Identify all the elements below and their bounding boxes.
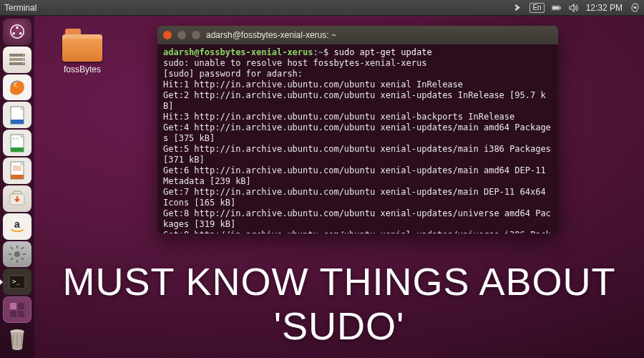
svg-point-11	[23, 54, 24, 56]
sound-indicator-icon[interactable]	[569, 3, 579, 13]
terminal-title: adarsh@fossbytes-xenial-xerus: ~	[206, 30, 336, 40]
svg-point-3	[633, 6, 636, 9]
terminal-line: Get:9 http://in.archive.ubuntu.com/ubunt…	[163, 230, 552, 233]
svg-rect-23	[13, 165, 21, 171]
folder-icon	[62, 29, 102, 62]
desktop-folder-label: fossBytes	[50, 64, 114, 74]
terminal-window: adarsh@fossbytes-xenial-xerus: ~ adarsh@…	[157, 26, 558, 233]
libreoffice-writer-app[interactable]	[3, 102, 31, 128]
terminal-line: Get:6 http://in.archive.ubuntu.com/ubunt…	[163, 165, 552, 187]
window-maximize-button[interactable]	[192, 31, 200, 39]
terminal-line: Hit:3 http://in.archive.ubuntu.com/ubunt…	[163, 112, 552, 122]
svg-rect-39	[10, 311, 16, 317]
svg-rect-32	[21, 257, 24, 260]
clock[interactable]: 12:32 PM	[586, 3, 623, 13]
libreoffice-calc-app[interactable]	[3, 130, 31, 156]
terminal-line: [sudo] password for adarsh:	[163, 69, 552, 79]
battery-indicator-icon[interactable]	[552, 3, 562, 13]
svg-rect-8	[9, 54, 25, 57]
network-indicator-icon[interactable]	[512, 3, 522, 13]
svg-text:>_: >_	[12, 278, 20, 285]
workspace-switcher[interactable]	[3, 296, 31, 323]
dash-button[interactable]	[3, 19, 31, 45]
window-close-button[interactable]	[163, 31, 172, 39]
window-minimize-button[interactable]	[177, 31, 186, 39]
svg-point-5	[16, 26, 19, 29]
svg-rect-40	[18, 311, 24, 317]
svg-rect-34	[10, 257, 13, 260]
svg-point-26	[14, 251, 20, 257]
svg-rect-9	[9, 58, 25, 61]
svg-rect-2	[552, 6, 559, 9]
svg-rect-22	[11, 175, 24, 179]
svg-rect-27	[16, 246, 18, 248]
svg-rect-19	[12, 137, 15, 140]
unity-launcher: a >_	[0, 16, 34, 358]
terminal-line: Get:7 http://in.archive.ubuntu.com/ubunt…	[163, 187, 552, 208]
svg-rect-10	[9, 62, 25, 65]
svg-rect-20	[16, 137, 19, 140]
terminal-output[interactable]: adarsh@fossbytes-xenial-xerus:~$ sudo ap…	[157, 44, 558, 233]
firefox-app[interactable]	[3, 74, 31, 101]
session-gear-icon[interactable]	[630, 3, 640, 13]
svg-rect-1	[560, 6, 560, 9]
amazon-app[interactable]: a	[3, 213, 31, 240]
system-settings-app[interactable]	[3, 241, 31, 268]
terminal-line: Get:8 http://in.archive.ubuntu.com/ubunt…	[163, 208, 552, 230]
terminal-line: Get:4 http://in.archive.ubuntu.com/ubunt…	[163, 122, 552, 144]
overlay-caption: MUST KNOW THINGS ABOUT 'SUDO'	[34, 259, 644, 348]
keyboard-layout-indicator[interactable]: En	[530, 3, 544, 13]
terminal-line: Get:2 http://in.archive.ubuntu.com/ubunt…	[163, 90, 552, 112]
top-panel: Terminal En 12:32 PM	[0, 0, 644, 16]
terminal-line: Get:5 http://in.archive.ubuntu.com/ubunt…	[163, 144, 552, 165]
terminal-line: sudo: unable to resolve host fossbytes-x…	[163, 58, 552, 69]
desktop-folder[interactable]: fossBytes	[50, 29, 114, 74]
ubuntu-software-app[interactable]	[3, 185, 31, 212]
terminal-line: Hit:1 http://in.archive.ubuntu.com/ubunt…	[163, 79, 552, 90]
terminal-app[interactable]: >_	[3, 268, 31, 295]
svg-rect-18	[11, 147, 24, 152]
svg-rect-37	[10, 303, 16, 309]
svg-rect-38	[18, 303, 24, 309]
svg-rect-33	[21, 246, 24, 249]
svg-point-6	[19, 32, 22, 35]
svg-text:a: a	[14, 218, 20, 230]
trash[interactable]	[3, 326, 31, 352]
svg-point-13	[23, 63, 24, 64]
svg-rect-16	[11, 120, 24, 124]
libreoffice-impress-app[interactable]	[3, 158, 31, 184]
svg-rect-28	[16, 260, 18, 263]
terminal-titlebar[interactable]: adarsh@fossbytes-xenial-xerus: ~	[157, 26, 558, 44]
svg-rect-31	[10, 246, 13, 249]
svg-point-7	[12, 32, 15, 35]
svg-rect-29	[9, 253, 11, 255]
terminal-prompt-line: adarsh@fossbytes-xenial-xerus:~$ sudo ap…	[163, 47, 552, 58]
svg-rect-30	[23, 253, 26, 255]
svg-point-12	[23, 59, 24, 60]
active-app-label: Terminal	[4, 3, 36, 13]
files-app[interactable]	[3, 47, 31, 73]
